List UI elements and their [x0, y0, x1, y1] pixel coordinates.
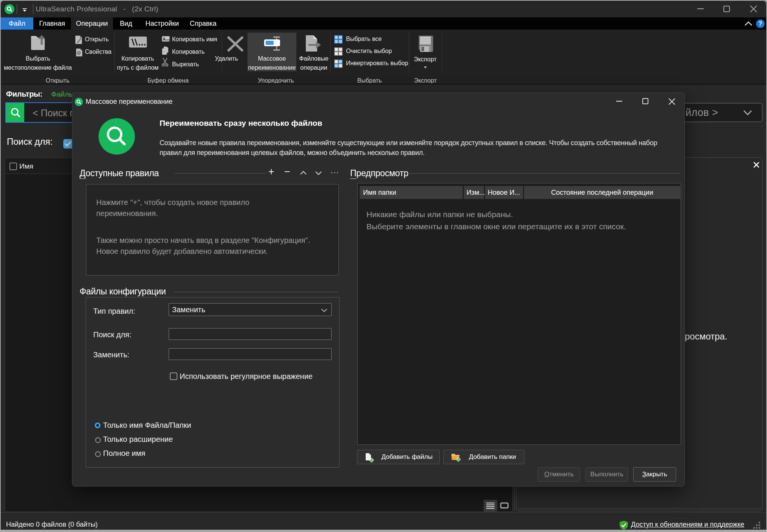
- svg-text:?: ?: [759, 20, 762, 27]
- svg-text:A: A: [163, 37, 166, 41]
